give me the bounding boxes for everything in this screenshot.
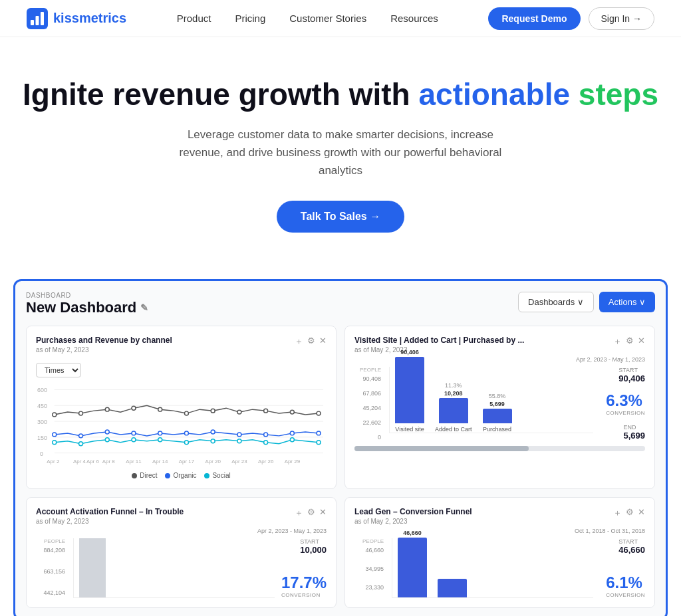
svg-point-15 — [79, 412, 83, 416]
card2-conv-value: 6.3% — [606, 391, 645, 410]
card2-start-value: 90,406 — [618, 373, 645, 383]
card4-bars: 46,660 — [392, 538, 593, 598]
card4-conv-label: CONVERSION — [606, 592, 645, 598]
svg-point-23 — [290, 411, 294, 415]
dashboard-controls: Dashboards ∨ Actions ∨ — [518, 292, 655, 312]
svg-text:0: 0 — [40, 451, 43, 457]
card2-y4: 0 — [354, 434, 381, 441]
card-date: as of May 2, 2023 — [36, 346, 172, 354]
card3-people-lbl: PEOPLE — [36, 538, 65, 544]
svg-point-38 — [105, 438, 109, 442]
dashboard-title-area: DASHBOARD New Dashboard ✎ — [26, 292, 148, 316]
card2-settings-icon[interactable]: ⚙ — [626, 336, 634, 348]
nav-product[interactable]: Product — [177, 13, 211, 24]
card3-close-icon[interactable]: ✕ — [319, 507, 327, 519]
card4-bar2 — [438, 579, 467, 597]
nav-actions: Request Demo Sign In → — [488, 7, 654, 30]
card3-settings-icon[interactable]: ⚙ — [307, 507, 315, 519]
svg-text:600: 600 — [37, 387, 47, 394]
times-dropdown[interactable]: Times — [36, 363, 81, 377]
card-icons: ＋ ⚙ ✕ — [295, 336, 327, 348]
svg-text:450: 450 — [37, 403, 47, 410]
chart-legend: Direct Organic Social — [36, 472, 327, 479]
bar-visited-value: 90,406 — [400, 349, 419, 356]
add-icon[interactable]: ＋ — [295, 336, 303, 348]
svg-point-27 — [105, 430, 109, 434]
svg-text:Apr 23: Apr 23 — [231, 459, 247, 464]
svg-point-31 — [211, 430, 215, 434]
svg-point-21 — [237, 411, 241, 415]
card3-title: Account Activation Funnel – In Trouble — [36, 507, 184, 516]
nav-resources[interactable]: Resources — [390, 13, 438, 24]
card2-start: START 90,406 — [618, 367, 645, 383]
card4-body: PEOPLE 46,660 34,995 23,330 46,660 — [354, 538, 645, 598]
card3-start: START 10,000 — [300, 538, 327, 555]
card2-close-icon[interactable]: ✕ — [638, 336, 645, 348]
nav-pricing[interactable]: Pricing — [235, 13, 265, 24]
card2-scrollbar[interactable] — [354, 446, 645, 451]
svg-point-32 — [237, 433, 241, 437]
logo[interactable]: kissmetrics — [27, 8, 126, 29]
navbar: kissmetrics Product Pricing Customer Sto… — [0, 0, 681, 37]
card4-y1: 34,995 — [354, 565, 384, 572]
card3-start-label: START — [300, 538, 327, 545]
card2-y3: 22,602 — [354, 419, 381, 426]
card2-y1: 67,806 — [354, 390, 381, 397]
legend-label-direct: Direct — [140, 472, 157, 479]
svg-point-18 — [158, 408, 162, 412]
card3-start-value: 10,000 — [300, 545, 327, 555]
line-chart-svg: 600 450 300 150 0 — [36, 380, 327, 466]
bar-purch-pct: 55.8% — [489, 393, 506, 399]
bar-purch-fill — [483, 409, 512, 423]
card2-scrollbar-thumb — [354, 446, 529, 451]
edit-icon[interactable]: ✎ — [140, 302, 148, 313]
sign-in-button[interactable]: Sign In → — [589, 7, 654, 30]
card4-add-icon[interactable]: ＋ — [613, 507, 622, 519]
dashboard-title: New Dashboard ✎ — [26, 299, 148, 316]
card2-end: END 5,699 — [623, 424, 645, 441]
card3-y0: 884,208 — [36, 547, 65, 554]
legend-dot-social — [204, 473, 209, 478]
card4-title: Lead Gen – Conversion Funnel — [354, 507, 472, 516]
card2-y0: 90,408 — [354, 375, 381, 382]
bar-purchased: 55.8% 5,699 Purchased — [483, 393, 512, 433]
legend-organic: Organic — [165, 472, 196, 479]
actions-button[interactable]: Actions ∨ — [599, 292, 655, 312]
card2-add-icon[interactable]: ＋ — [613, 336, 622, 348]
card4-title-area: Lead Gen – Conversion Funnel as of May 2… — [354, 507, 472, 525]
card4-settings-icon[interactable]: ⚙ — [626, 507, 634, 519]
close-icon[interactable]: ✕ — [319, 336, 327, 348]
svg-point-19 — [184, 412, 188, 416]
card3-add-icon[interactable]: ＋ — [295, 507, 303, 519]
dashboard-wrapper: DASHBOARD New Dashboard ✎ Dashboards ∨ A… — [13, 279, 668, 616]
legend-label-social: Social — [212, 472, 230, 479]
settings-icon[interactable]: ⚙ — [307, 336, 315, 348]
card4-start: START 46,660 — [618, 538, 645, 555]
nav-links: Product Pricing Customer Stories Resourc… — [177, 13, 438, 24]
svg-point-16 — [105, 408, 109, 412]
svg-point-28 — [132, 431, 136, 435]
card3-conv-value: 17.7% — [281, 573, 327, 592]
bar-cart-fill — [439, 398, 468, 423]
card4-header: Lead Gen – Conversion Funnel as of May 2… — [354, 507, 645, 525]
card3-header: Account Activation Funnel – In Trouble a… — [36, 507, 327, 525]
svg-point-30 — [184, 431, 188, 435]
talk-to-sales-button[interactable]: Talk To Sales → — [277, 201, 404, 233]
card4-bar1-value: 46,660 — [403, 530, 422, 536]
svg-point-34 — [290, 431, 294, 435]
logo-icon — [27, 8, 48, 29]
card2-end-label: END — [623, 424, 645, 431]
legend-direct: Direct — [132, 472, 157, 479]
svg-point-42 — [211, 439, 215, 443]
card4-close-icon[interactable]: ✕ — [638, 507, 645, 519]
line-chart-area: Times 600 450 300 150 0 — [36, 359, 327, 479]
request-demo-button[interactable]: Request Demo — [488, 7, 580, 30]
visited-site-card: Visited Site | Added to Cart | Purchased… — [344, 326, 655, 489]
card3-date-range: Apr 2, 2023 - May 1, 2023 — [36, 528, 327, 534]
card3-bars-area — [73, 538, 275, 598]
bar-purch-value: 5,699 — [489, 401, 505, 407]
svg-text:Apr 14: Apr 14 — [152, 459, 168, 464]
nav-customer-stories[interactable]: Customer Stories — [289, 13, 366, 24]
svg-point-44 — [264, 441, 268, 445]
dashboards-button[interactable]: Dashboards ∨ — [518, 292, 594, 312]
